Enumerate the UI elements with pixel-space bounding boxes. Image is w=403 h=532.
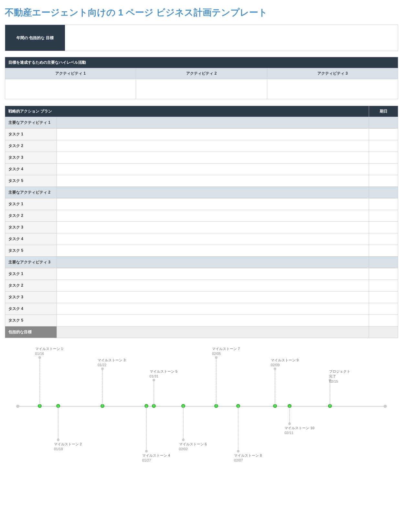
plan-task-date[interactable]: [369, 315, 398, 326]
milestone-end-dot-icon: [38, 356, 41, 359]
plan-task-date[interactable]: [369, 140, 398, 152]
plan-task-date[interactable]: [369, 175, 398, 187]
annual-goal-label: 年間の 包括的な 目標: [5, 25, 65, 51]
milestone-end-dot-icon: [274, 367, 276, 370]
plan-footer-label: 包括的な目標: [5, 326, 57, 338]
plan-task-content[interactable]: [57, 164, 369, 175]
plan-task-content[interactable]: [57, 233, 369, 245]
milestone-label: マイルストーン 902/09: [271, 358, 299, 368]
plan-group-label: 主要なアクティビティ 3: [5, 257, 57, 268]
plan-task-date[interactable]: [369, 210, 398, 222]
milestone-connector: [275, 369, 275, 406]
plan-task-date[interactable]: [369, 268, 398, 280]
plan-task-content[interactable]: [57, 245, 369, 257]
milestone-end-dot-icon: [57, 439, 59, 441]
milestone-end-dot-icon: [215, 356, 217, 359]
annual-goal-content[interactable]: [65, 25, 398, 51]
plan-task-label: タスク 3: [5, 292, 57, 303]
milestone-end-dot-icon: [145, 450, 148, 452]
milestone-label: マイルストーン 201/18: [54, 442, 82, 452]
activity-col-3: アクティビティ 3: [267, 68, 398, 79]
milestone-connector: [39, 357, 40, 406]
milestone-connector: [102, 369, 103, 406]
activity-cell-3[interactable]: [267, 79, 398, 99]
plan-task-date[interactable]: [369, 129, 398, 140]
milestone-label: マイルストーン 602/02: [179, 442, 207, 452]
plan-task-date[interactable]: [369, 198, 398, 210]
plan-table: 戦略的アクション プラン 期日 主要なアクティビティ 1タスク 1タスク 2タス…: [5, 106, 398, 338]
activity-cell-2[interactable]: [136, 79, 267, 99]
plan-footer-content[interactable]: [57, 326, 369, 338]
activities-header: 目標を達成するための主要なハイレベル活動: [5, 57, 398, 68]
plan-task-date[interactable]: [369, 292, 398, 303]
activity-col-2: アクティビティ 2: [136, 68, 267, 79]
plan-task-content[interactable]: [57, 222, 369, 233]
activity-cell-1[interactable]: [5, 79, 136, 99]
plan-task-label: タスク 1: [5, 129, 57, 140]
milestone-label: マイルストーン 1:01/16: [35, 346, 64, 356]
plan-task-date[interactable]: [369, 280, 398, 292]
milestone-label: マイルストーン 501/31: [150, 369, 177, 379]
plan-footer-date[interactable]: [369, 326, 398, 338]
milestone-end-dot-icon: [101, 367, 104, 370]
plan-group-date[interactable]: [369, 187, 398, 198]
plan-task-label: タスク 4: [5, 164, 57, 175]
plan-header: 戦略的アクション プラン: [5, 106, 369, 117]
plan-task-label: タスク 5: [5, 175, 57, 187]
milestone-connector: [183, 406, 184, 440]
plan-task-label: タスク 1: [5, 198, 57, 210]
plan-task-label: タスク 3: [5, 222, 57, 233]
plan-task-date[interactable]: [369, 222, 398, 233]
activities-table: 目標を達成するための主要なハイレベル活動 アクティビティ 1 アクティビティ 2…: [5, 57, 398, 99]
plan-task-content[interactable]: [57, 198, 369, 210]
plan-task-content[interactable]: [57, 152, 369, 164]
milestone-connector: [289, 406, 290, 424]
plan-task-label: タスク 2: [5, 140, 57, 152]
milestone-end-dot-icon: [153, 379, 155, 381]
milestone-label: マイルストーン 3:01/22: [98, 358, 126, 368]
plan-task-content[interactable]: [57, 210, 369, 222]
plan-group-label: 主要なアクティビティ 1: [5, 117, 57, 129]
plan-task-content[interactable]: [57, 303, 369, 315]
plan-task-date[interactable]: [369, 164, 398, 175]
activity-col-1: アクティビティ 1: [5, 68, 136, 79]
plan-task-date[interactable]: [369, 245, 398, 257]
plan-group-content[interactable]: [57, 117, 369, 129]
plan-task-content[interactable]: [57, 292, 369, 303]
plan-task-label: タスク 4: [5, 233, 57, 245]
plan-group-content[interactable]: [57, 257, 369, 268]
plan-group-label: 主要なアクティビティ 2: [5, 187, 57, 198]
plan-task-date[interactable]: [369, 233, 398, 245]
plan-task-label: タスク 1: [5, 268, 57, 280]
plan-group-date[interactable]: [369, 257, 398, 268]
milestone-label: マイルストーン 702/05: [212, 346, 240, 356]
plan-task-label: タスク 4: [5, 303, 57, 315]
milestone-label: マイルストーン 401/27: [142, 453, 170, 463]
milestone-end-dot-icon: [182, 439, 185, 441]
plan-task-content[interactable]: [57, 280, 369, 292]
page-title: 不動産エージェント向けの 1 ページ ビジネス計画テンプレート: [5, 6, 398, 19]
plan-task-content[interactable]: [57, 315, 369, 326]
milestone-connector: [238, 406, 239, 451]
milestone-connector: [146, 406, 147, 451]
plan-task-content[interactable]: [57, 268, 369, 280]
plan-date-header: 期日: [369, 106, 398, 117]
milestone-end-dot-icon: [288, 422, 291, 425]
plan-task-date[interactable]: [369, 152, 398, 164]
plan-task-content[interactable]: [57, 175, 369, 187]
plan-group-content[interactable]: [57, 187, 369, 198]
plan-task-label: タスク 2: [5, 210, 57, 222]
annual-goal-box: 年間の 包括的な 目標: [5, 25, 398, 51]
plan-task-content[interactable]: [57, 140, 369, 152]
plan-task-label: タスク 3: [5, 152, 57, 164]
milestone-connector: [58, 406, 58, 440]
milestone-connector: [216, 357, 217, 406]
plan-task-content[interactable]: [57, 129, 369, 140]
milestone-timeline: マイルストーン 1:01/16マイルストーン 201/18マイルストーン 3:0…: [18, 348, 385, 471]
milestone-label: マイルストーン 802/07: [234, 453, 262, 463]
plan-task-label: タスク 5: [5, 245, 57, 257]
plan-task-date[interactable]: [369, 303, 398, 315]
plan-task-label: タスク 5: [5, 315, 57, 326]
plan-group-date[interactable]: [369, 117, 398, 129]
milestone-label: プロジェクト完了02/15: [329, 369, 350, 384]
